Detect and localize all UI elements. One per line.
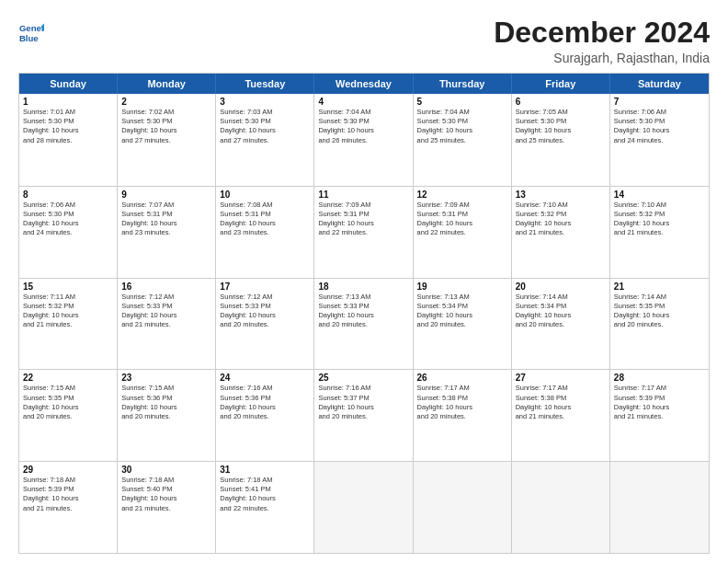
calendar-day: 21Sunrise: 7:14 AM Sunset: 5:35 PM Dayli… bbox=[610, 279, 709, 370]
svg-text:Blue: Blue bbox=[19, 33, 39, 43]
calendar-day: 8Sunrise: 7:06 AM Sunset: 5:30 PM Daylig… bbox=[19, 187, 118, 278]
location: Surajgarh, Rajasthan, India bbox=[494, 51, 710, 65]
calendar-day bbox=[314, 462, 413, 553]
day-number: 21 bbox=[614, 282, 705, 292]
day-info: Sunrise: 7:11 AM Sunset: 5:32 PM Dayligh… bbox=[23, 293, 113, 330]
calendar-day: 20Sunrise: 7:14 AM Sunset: 5:34 PM Dayli… bbox=[512, 279, 610, 370]
day-info: Sunrise: 7:18 AM Sunset: 5:39 PM Dayligh… bbox=[23, 476, 113, 513]
day-number: 29 bbox=[23, 465, 113, 475]
day-info: Sunrise: 7:13 AM Sunset: 5:33 PM Dayligh… bbox=[318, 293, 408, 330]
calendar-day: 23Sunrise: 7:15 AM Sunset: 5:36 PM Dayli… bbox=[118, 370, 216, 461]
header-friday: Friday bbox=[512, 74, 610, 94]
day-info: Sunrise: 7:12 AM Sunset: 5:33 PM Dayligh… bbox=[220, 293, 310, 330]
day-info: Sunrise: 7:07 AM Sunset: 5:31 PM Dayligh… bbox=[121, 201, 211, 238]
day-number: 30 bbox=[121, 465, 211, 475]
day-number: 19 bbox=[417, 282, 507, 292]
day-info: Sunrise: 7:10 AM Sunset: 5:32 PM Dayligh… bbox=[516, 201, 606, 238]
day-info: Sunrise: 7:12 AM Sunset: 5:33 PM Dayligh… bbox=[121, 293, 211, 330]
calendar-day: 27Sunrise: 7:17 AM Sunset: 5:38 PM Dayli… bbox=[512, 370, 610, 461]
week-row-4: 22Sunrise: 7:15 AM Sunset: 5:35 PM Dayli… bbox=[19, 369, 709, 461]
logo-icon: General Blue bbox=[18, 20, 44, 46]
day-info: Sunrise: 7:15 AM Sunset: 5:36 PM Dayligh… bbox=[121, 384, 211, 421]
calendar-day: 5Sunrise: 7:04 AM Sunset: 5:30 PM Daylig… bbox=[414, 94, 512, 186]
calendar-body: 1Sunrise: 7:01 AM Sunset: 5:30 PM Daylig… bbox=[19, 94, 709, 553]
page: General Blue December 2024 Surajgarh, Ra… bbox=[0, 0, 728, 563]
day-info: Sunrise: 7:05 AM Sunset: 5:30 PM Dayligh… bbox=[516, 108, 606, 145]
day-number: 23 bbox=[121, 373, 211, 383]
header-monday: Monday bbox=[118, 74, 216, 94]
week-row-1: 1Sunrise: 7:01 AM Sunset: 5:30 PM Daylig… bbox=[19, 94, 709, 186]
calendar: Sunday Monday Tuesday Wednesday Thursday… bbox=[18, 73, 710, 554]
calendar-day: 12Sunrise: 7:09 AM Sunset: 5:31 PM Dayli… bbox=[414, 187, 512, 278]
day-number: 15 bbox=[23, 282, 113, 292]
title-block: December 2024 Surajgarh, Rajasthan, Indi… bbox=[494, 17, 710, 65]
day-number: 2 bbox=[121, 97, 211, 107]
calendar-day: 31Sunrise: 7:18 AM Sunset: 5:41 PM Dayli… bbox=[216, 462, 314, 553]
week-row-3: 15Sunrise: 7:11 AM Sunset: 5:32 PM Dayli… bbox=[19, 278, 709, 370]
day-info: Sunrise: 7:17 AM Sunset: 5:38 PM Dayligh… bbox=[516, 384, 606, 421]
week-row-2: 8Sunrise: 7:06 AM Sunset: 5:30 PM Daylig… bbox=[19, 186, 709, 278]
calendar-day: 3Sunrise: 7:03 AM Sunset: 5:30 PM Daylig… bbox=[216, 94, 314, 186]
calendar-day: 11Sunrise: 7:09 AM Sunset: 5:31 PM Dayli… bbox=[314, 187, 413, 278]
header-thursday: Thursday bbox=[414, 74, 512, 94]
day-info: Sunrise: 7:15 AM Sunset: 5:35 PM Dayligh… bbox=[23, 384, 113, 421]
calendar-day: 29Sunrise: 7:18 AM Sunset: 5:39 PM Dayli… bbox=[19, 462, 118, 553]
day-number: 9 bbox=[121, 190, 211, 200]
day-number: 10 bbox=[220, 190, 310, 200]
header-saturday: Saturday bbox=[610, 74, 709, 94]
calendar-day: 7Sunrise: 7:06 AM Sunset: 5:30 PM Daylig… bbox=[610, 94, 709, 186]
month-title: December 2024 bbox=[494, 17, 710, 49]
week-row-5: 29Sunrise: 7:18 AM Sunset: 5:39 PM Dayli… bbox=[19, 461, 709, 553]
day-number: 24 bbox=[220, 373, 310, 383]
day-number: 25 bbox=[318, 373, 408, 383]
day-info: Sunrise: 7:10 AM Sunset: 5:32 PM Dayligh… bbox=[614, 201, 705, 238]
day-info: Sunrise: 7:01 AM Sunset: 5:30 PM Dayligh… bbox=[23, 108, 113, 145]
day-info: Sunrise: 7:03 AM Sunset: 5:30 PM Dayligh… bbox=[220, 108, 310, 145]
day-info: Sunrise: 7:16 AM Sunset: 5:36 PM Dayligh… bbox=[220, 384, 310, 421]
calendar-day: 25Sunrise: 7:16 AM Sunset: 5:37 PM Dayli… bbox=[314, 370, 413, 461]
day-number: 12 bbox=[417, 190, 507, 200]
day-number: 17 bbox=[220, 282, 310, 292]
calendar-day: 1Sunrise: 7:01 AM Sunset: 5:30 PM Daylig… bbox=[19, 94, 118, 186]
day-info: Sunrise: 7:13 AM Sunset: 5:34 PM Dayligh… bbox=[417, 293, 507, 330]
day-number: 8 bbox=[23, 190, 113, 200]
day-number: 18 bbox=[318, 282, 408, 292]
day-number: 31 bbox=[220, 465, 310, 475]
day-info: Sunrise: 7:08 AM Sunset: 5:31 PM Dayligh… bbox=[220, 201, 310, 238]
calendar-day: 9Sunrise: 7:07 AM Sunset: 5:31 PM Daylig… bbox=[118, 187, 216, 278]
day-number: 4 bbox=[318, 97, 408, 107]
calendar-day: 13Sunrise: 7:10 AM Sunset: 5:32 PM Dayli… bbox=[512, 187, 610, 278]
calendar-day: 14Sunrise: 7:10 AM Sunset: 5:32 PM Dayli… bbox=[610, 187, 709, 278]
day-info: Sunrise: 7:06 AM Sunset: 5:30 PM Dayligh… bbox=[23, 201, 113, 238]
header-sunday: Sunday bbox=[19, 74, 118, 94]
calendar-day: 19Sunrise: 7:13 AM Sunset: 5:34 PM Dayli… bbox=[414, 279, 512, 370]
day-number: 11 bbox=[318, 190, 408, 200]
day-number: 7 bbox=[614, 97, 705, 107]
calendar-day: 28Sunrise: 7:17 AM Sunset: 5:39 PM Dayli… bbox=[610, 370, 709, 461]
calendar-day: 18Sunrise: 7:13 AM Sunset: 5:33 PM Dayli… bbox=[314, 279, 413, 370]
calendar-day: 2Sunrise: 7:02 AM Sunset: 5:30 PM Daylig… bbox=[118, 94, 216, 186]
calendar-day: 4Sunrise: 7:04 AM Sunset: 5:30 PM Daylig… bbox=[314, 94, 413, 186]
day-info: Sunrise: 7:06 AM Sunset: 5:30 PM Dayligh… bbox=[614, 108, 705, 145]
day-info: Sunrise: 7:04 AM Sunset: 5:30 PM Dayligh… bbox=[318, 108, 408, 145]
logo: General Blue bbox=[18, 20, 44, 46]
calendar-day: 10Sunrise: 7:08 AM Sunset: 5:31 PM Dayli… bbox=[216, 187, 314, 278]
day-number: 13 bbox=[516, 190, 606, 200]
day-number: 27 bbox=[516, 373, 606, 383]
day-info: Sunrise: 7:18 AM Sunset: 5:41 PM Dayligh… bbox=[220, 476, 310, 513]
calendar-day: 15Sunrise: 7:11 AM Sunset: 5:32 PM Dayli… bbox=[19, 279, 118, 370]
day-info: Sunrise: 7:09 AM Sunset: 5:31 PM Dayligh… bbox=[318, 201, 408, 238]
calendar-header: Sunday Monday Tuesday Wednesday Thursday… bbox=[19, 74, 709, 94]
calendar-day: 17Sunrise: 7:12 AM Sunset: 5:33 PM Dayli… bbox=[216, 279, 314, 370]
calendar-day: 30Sunrise: 7:18 AM Sunset: 5:40 PM Dayli… bbox=[118, 462, 216, 553]
day-number: 20 bbox=[516, 282, 606, 292]
day-number: 28 bbox=[614, 373, 705, 383]
header-wednesday: Wednesday bbox=[314, 74, 413, 94]
day-number: 14 bbox=[614, 190, 705, 200]
day-info: Sunrise: 7:16 AM Sunset: 5:37 PM Dayligh… bbox=[318, 384, 408, 421]
day-number: 6 bbox=[516, 97, 606, 107]
day-info: Sunrise: 7:14 AM Sunset: 5:35 PM Dayligh… bbox=[614, 293, 705, 330]
calendar-day bbox=[512, 462, 610, 553]
svg-text:General: General bbox=[19, 23, 44, 33]
calendar-day: 26Sunrise: 7:17 AM Sunset: 5:38 PM Dayli… bbox=[414, 370, 512, 461]
